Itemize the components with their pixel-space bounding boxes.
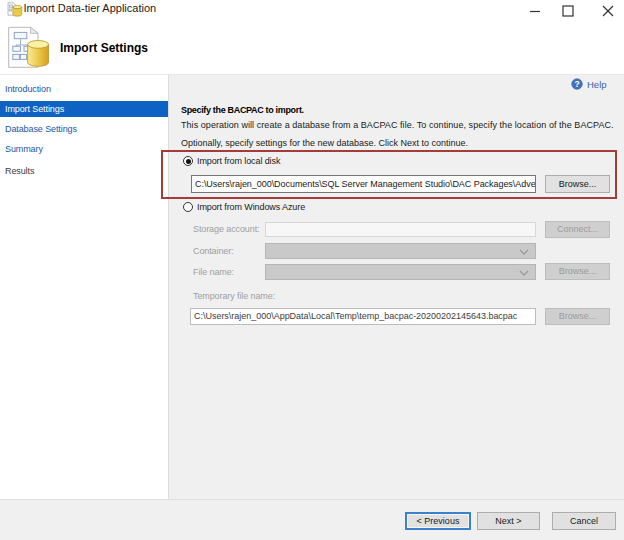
svg-text:?: ? — [574, 79, 579, 89]
